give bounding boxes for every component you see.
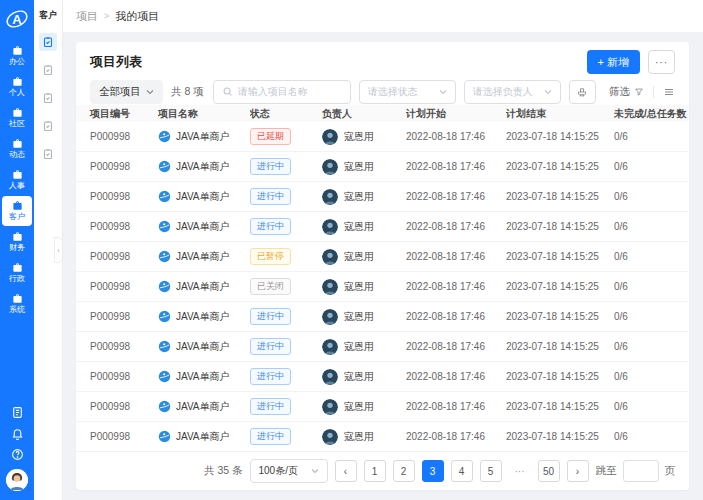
table-row[interactable]: P000998 JAVA单商户 进行中 寇恩用 — [76, 332, 689, 362]
help-icon[interactable] — [11, 448, 24, 461]
status-select-placeholder: 请选择状态 — [368, 85, 418, 99]
jump-page-input[interactable] — [623, 460, 659, 482]
search-input[interactable] — [238, 86, 342, 97]
table-row[interactable]: P000998 JAVA单商户 进行中 寇恩用 — [76, 182, 689, 212]
table-row[interactable]: P000998 JAVA单商户 进行中 寇恩用 — [76, 152, 689, 182]
sidebar-item-动态[interactable]: 动态 — [2, 134, 32, 164]
project-name-cell[interactable]: JAVA单商户 — [158, 220, 250, 234]
bell-icon[interactable] — [11, 427, 24, 440]
page-button-4[interactable]: 4 — [451, 460, 473, 482]
project-name-cell[interactable]: JAVA单商户 — [158, 430, 250, 444]
page-number-list: 12345···50 — [364, 460, 560, 482]
owner-select[interactable]: 请选择负责人 — [464, 80, 561, 104]
page-ellipsis: ··· — [509, 460, 531, 482]
page-button-5[interactable]: 5 — [480, 460, 502, 482]
app-logo-icon[interactable]: A — [5, 7, 29, 31]
project-name-cell[interactable]: JAVA单商户 — [158, 370, 250, 384]
project-list-card: 项目列表 + 新增 ··· 全部项目 共 8 项 请选择状态 — [76, 42, 689, 490]
owner-cell: 寇恩用 — [322, 429, 406, 445]
project-icon — [158, 130, 171, 143]
sidebar-item-社区[interactable]: 社区 — [2, 103, 32, 133]
page-size-select[interactable]: 100条/页 — [250, 459, 328, 483]
module-nav-icon[interactable] — [39, 145, 57, 163]
project-name: JAVA单商户 — [176, 400, 230, 414]
project-icon — [158, 310, 171, 323]
page-button-50[interactable]: 50 — [538, 460, 560, 482]
sidebar-item-label: 行政 — [9, 274, 25, 283]
chevron-down-icon — [439, 89, 447, 95]
filter-toggle-button[interactable]: 筛选 — [609, 85, 644, 99]
project-name-cell[interactable]: JAVA单商户 — [158, 400, 250, 414]
project-name-cell[interactable]: JAVA单商户 — [158, 310, 250, 324]
project-icon — [158, 400, 171, 413]
page-button-3[interactable]: 3 — [422, 460, 444, 482]
table-row[interactable]: P000998 JAVA单商户 进行中 寇恩用 — [76, 392, 689, 422]
list-settings-icon — [663, 86, 675, 98]
owner-cell: 寇恩用 — [322, 249, 406, 265]
breadcrumb-item-projects[interactable]: 项目 — [76, 9, 98, 24]
sidebar-item-财务[interactable]: 财务 — [2, 227, 32, 257]
project-name-cell[interactable]: JAVA单商户 — [158, 340, 250, 354]
task-progress: 0/6 — [614, 431, 689, 442]
plan-start-date: 2022-08-18 17:46 — [406, 281, 506, 292]
module-nav-icon[interactable] — [39, 117, 57, 135]
owner-name: 寇恩用 — [344, 280, 374, 294]
task-progress: 0/6 — [614, 371, 689, 382]
sidebar-item-客户[interactable]: 客户 — [2, 196, 32, 226]
status-cell: 进行中 — [250, 308, 322, 325]
table-row[interactable]: P000998 JAVA单商户 进行中 寇恩用 — [76, 422, 689, 452]
column-settings-button[interactable] — [663, 86, 675, 98]
page-button-2[interactable]: 2 — [393, 460, 415, 482]
page-title: 项目列表 — [90, 53, 142, 71]
table-row[interactable]: P000998 JAVA单商户 已延期 寇恩用 — [76, 122, 689, 152]
sidebar-item-系统[interactable]: 系统 — [2, 289, 32, 319]
clear-filters-button[interactable] — [569, 80, 596, 104]
plan-end-date: 2023-07-18 14:15:25 — [506, 131, 614, 142]
status-select[interactable]: 请选择状态 — [359, 80, 456, 104]
project-name-cell[interactable]: JAVA单商户 — [158, 130, 250, 144]
project-name-cell[interactable]: JAVA单商户 — [158, 190, 250, 204]
next-page-button[interactable]: › — [567, 460, 589, 482]
sidebar-collapse-handle[interactable]: ‹ — [54, 237, 63, 263]
plan-end-date: 2023-07-18 14:15:25 — [506, 191, 614, 202]
clipboard-check-icon — [42, 148, 54, 160]
task-progress: 0/6 — [614, 251, 689, 262]
sidebar-item-办公[interactable]: 办公 — [2, 41, 32, 71]
page-button-1[interactable]: 1 — [364, 460, 386, 482]
prev-page-button[interactable]: ‹ — [335, 460, 357, 482]
module-nav-icon[interactable] — [39, 33, 57, 51]
module-nav-icon[interactable] — [39, 89, 57, 107]
status-badge: 进行中 — [250, 368, 291, 385]
project-name-cell[interactable]: JAVA单商户 — [158, 250, 250, 264]
status-cell: 进行中 — [250, 428, 322, 445]
sidebar-item-人事[interactable]: 人事 — [2, 165, 32, 195]
task-progress: 0/6 — [614, 341, 689, 352]
table-row[interactable]: P000998 JAVA单商户 已暂停 寇恩用 — [76, 242, 689, 272]
sidebar-item-label: 动态 — [9, 150, 25, 159]
sidebar-item-个人[interactable]: 个人 — [2, 72, 32, 102]
project-scope-dropdown[interactable]: 全部项目 — [90, 80, 163, 104]
document-icon[interactable] — [11, 406, 24, 419]
add-button[interactable]: + 新增 — [587, 50, 640, 74]
status-badge: 已暂停 — [250, 248, 291, 265]
pagination: 共 35 条 100条/页 ‹ 12345···50 › 跳至 页 — [76, 452, 689, 490]
table-row[interactable]: P000998 JAVA单商户 已关闭 寇恩用 — [76, 272, 689, 302]
project-name: JAVA单商户 — [176, 130, 230, 144]
user-avatar[interactable] — [6, 469, 28, 491]
more-actions-button[interactable]: ··· — [648, 50, 675, 74]
project-name-cell[interactable]: JAVA单商户 — [158, 160, 250, 174]
status-badge: 已延期 — [250, 128, 291, 145]
project-name-cell[interactable]: JAVA单商户 — [158, 280, 250, 294]
table-row[interactable]: P000998 JAVA单商户 进行中 寇恩用 — [76, 302, 689, 332]
sidebar-item-行政[interactable]: 行政 — [2, 258, 32, 288]
owner-cell: 寇恩用 — [322, 189, 406, 205]
table-row[interactable]: P000998 JAVA单商户 进行中 寇恩用 — [76, 212, 689, 242]
module-nav-icon[interactable] — [39, 61, 57, 79]
status-cell: 进行中 — [250, 398, 322, 415]
owner-cell: 寇恩用 — [322, 399, 406, 415]
status-cell: 进行中 — [250, 218, 322, 235]
table-row[interactable]: P000998 JAVA单商户 进行中 寇恩用 — [76, 362, 689, 392]
owner-cell: 寇恩用 — [322, 219, 406, 235]
sidebar-bottom-group — [6, 406, 28, 500]
owner-avatar — [322, 279, 338, 295]
